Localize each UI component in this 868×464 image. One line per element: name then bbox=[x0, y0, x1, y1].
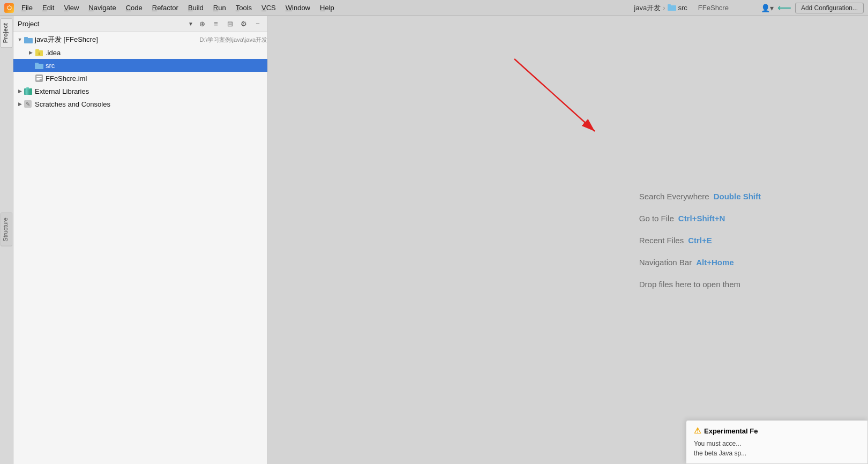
panel-title: Project bbox=[18, 20, 185, 28]
panel-dropdown-arrow[interactable]: ▼ bbox=[188, 21, 193, 27]
panel-toolbar: Project ▼ ⊕ ≡ ⊟ ⚙ − bbox=[13, 16, 267, 32]
idea-expander: ▶ bbox=[26, 48, 35, 57]
goto-text: Go to File bbox=[639, 214, 674, 223]
annotation-arrow bbox=[509, 48, 643, 155]
menu-window[interactable]: Window bbox=[281, 2, 315, 13]
svg-line-22 bbox=[514, 59, 595, 131]
svg-rect-18 bbox=[29, 88, 32, 95]
menu-build[interactable]: Build bbox=[184, 2, 208, 13]
tree-scratches[interactable]: ▶ ✎ Scratches and Consoles bbox=[13, 98, 267, 110]
svg-rect-12 bbox=[36, 79, 40, 80]
notif-header: ⚠ Experimental Fe bbox=[694, 426, 860, 436]
breadcrumb-separator: › bbox=[663, 4, 665, 12]
collapse-all-button[interactable]: ⊟ bbox=[225, 19, 235, 29]
menu-code[interactable]: Code bbox=[122, 2, 147, 13]
search-text: Search Everywhere bbox=[639, 192, 709, 201]
tree-root[interactable]: ▼ java开发 [FFeShcre] D:\学习案例\java\java开发 bbox=[13, 33, 267, 46]
idea-label: .idea bbox=[46, 49, 267, 57]
breadcrumb-java[interactable]: java开发 bbox=[634, 3, 661, 13]
navbar-shortcut: Alt+Home bbox=[696, 258, 734, 267]
app-icon: ⬡ bbox=[4, 3, 14, 13]
root-expander: ▼ bbox=[16, 35, 24, 44]
settings-button[interactable]: ⚙ bbox=[238, 19, 249, 29]
app-title: FFeShcre bbox=[698, 4, 729, 12]
svg-rect-5 bbox=[35, 49, 39, 51]
menu-edit[interactable]: Edit bbox=[38, 2, 58, 13]
iml-expander bbox=[26, 74, 35, 83]
main-layout: Project Structure Project ▼ ⊕ ≡ ⊟ ⚙ − ▼ bbox=[0, 16, 868, 464]
goto-shortcut: Ctrl+Shift+N bbox=[678, 214, 725, 223]
breadcrumb-folder-icon bbox=[668, 4, 676, 12]
minimize-button[interactable]: − bbox=[252, 19, 263, 29]
root-label: java开发 [FFeShcre] bbox=[35, 35, 196, 44]
welcome-area: Search Everywhere Double Shift Go to Fil… bbox=[639, 192, 761, 289]
svg-text:✎: ✎ bbox=[26, 101, 30, 107]
expand-all-button[interactable]: ≡ bbox=[211, 19, 221, 29]
ext-libs-icon bbox=[24, 87, 33, 95]
menu-tools[interactable]: Tools bbox=[231, 2, 256, 13]
add-configuration-button[interactable]: Add Configuration... bbox=[795, 3, 864, 13]
recent-text: Recent Files bbox=[639, 236, 684, 245]
profile-icon[interactable]: 👤▾ bbox=[761, 2, 774, 14]
welcome-navbar: Navigation Bar Alt+Home bbox=[639, 258, 761, 267]
notification-popup: ⚠ Experimental Fe You must acce... the b… bbox=[686, 420, 868, 464]
scratches-icon: ✎ bbox=[24, 100, 33, 108]
iml-label: FFeShcre.iml bbox=[46, 74, 267, 83]
root-path: D:\学习案例\java\java开发 bbox=[199, 36, 267, 44]
iml-file-icon bbox=[35, 74, 43, 83]
menu-refactor[interactable]: Refactor bbox=[148, 2, 183, 13]
svg-rect-11 bbox=[36, 78, 42, 79]
tree-src[interactable]: src bbox=[13, 59, 267, 72]
navbar-text: Navigation Bar bbox=[639, 258, 692, 267]
src-label: src bbox=[46, 62, 267, 70]
back-icon[interactable]: ⟵ bbox=[778, 2, 791, 14]
menu-view[interactable]: View bbox=[59, 2, 83, 13]
menu-navigate[interactable]: Navigate bbox=[84, 2, 120, 13]
ext-libs-label: External Libraries bbox=[35, 87, 267, 95]
menu-vcs[interactable]: VCS bbox=[257, 2, 280, 13]
locate-button[interactable]: ⊕ bbox=[197, 19, 207, 29]
tree-iml[interactable]: FFeShcre.iml bbox=[13, 72, 267, 85]
welcome-goto: Go to File Ctrl+Shift+N bbox=[639, 214, 761, 223]
recent-shortcut: Ctrl+E bbox=[688, 236, 712, 245]
project-panel: Project ▼ ⊕ ≡ ⊟ ⚙ − ▼ java开发 [FFeShcre] … bbox=[13, 16, 268, 464]
svg-rect-1 bbox=[668, 4, 671, 6]
tree-external-libs[interactable]: ▶ External Libraries bbox=[13, 85, 267, 98]
ext-libs-expander: ▶ bbox=[16, 87, 24, 95]
project-tree: ▼ java开发 [FFeShcre] D:\学习案例\java\java开发 … bbox=[13, 32, 267, 464]
breadcrumb: java开发 › src bbox=[634, 3, 687, 13]
left-strip: Project Structure bbox=[0, 16, 13, 464]
sidebar-tab-project[interactable]: Project bbox=[1, 18, 12, 48]
toolbar-right: 👤▾ ⟵ Add Configuration... bbox=[761, 2, 864, 14]
svg-rect-3 bbox=[24, 37, 28, 39]
idea-folder-icon: I bbox=[35, 48, 43, 57]
menu-help[interactable]: Help bbox=[316, 2, 339, 13]
search-shortcut: Double Shift bbox=[714, 192, 761, 201]
welcome-recent: Recent Files Ctrl+E bbox=[639, 236, 761, 245]
titlebar: ⬡ File Edit View Navigate Code Refactor … bbox=[0, 0, 868, 16]
src-expander bbox=[26, 61, 35, 70]
menu-bar: File Edit View Navigate Code Refactor Bu… bbox=[17, 2, 623, 13]
breadcrumb-src[interactable]: src bbox=[678, 4, 687, 12]
sidebar-tab-structure[interactable]: Structure bbox=[1, 213, 12, 246]
welcome-drop: Drop files here to open them bbox=[639, 280, 761, 289]
notif-title: Experimental Fe bbox=[704, 427, 758, 435]
warning-icon: ⚠ bbox=[694, 426, 701, 436]
svg-rect-8 bbox=[35, 63, 39, 65]
svg-rect-10 bbox=[36, 76, 42, 77]
main-content: Search Everywhere Double Shift Go to Fil… bbox=[268, 16, 868, 464]
src-folder-icon bbox=[35, 61, 43, 70]
menu-file[interactable]: File bbox=[17, 2, 37, 13]
drop-text: Drop files here to open them bbox=[639, 280, 740, 289]
scratches-expander: ▶ bbox=[16, 100, 24, 108]
menu-run[interactable]: Run bbox=[209, 2, 230, 13]
welcome-search: Search Everywhere Double Shift bbox=[639, 192, 761, 201]
svg-text:I: I bbox=[39, 52, 40, 56]
root-folder-icon bbox=[24, 35, 33, 44]
scratches-label: Scratches and Consoles bbox=[35, 100, 267, 108]
notif-body: You must acce... the beta Java sp... bbox=[694, 439, 860, 458]
tree-idea[interactable]: ▶ I .idea bbox=[13, 46, 267, 59]
